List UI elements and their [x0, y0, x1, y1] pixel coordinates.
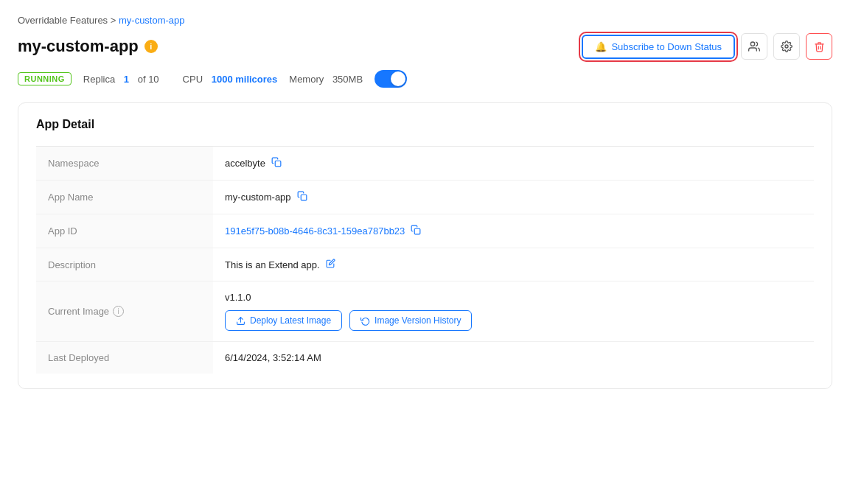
appid-label: App ID: [36, 214, 213, 248]
lastdeployed-label: Last Deployed: [36, 342, 213, 374]
namespace-copy-icon[interactable]: [271, 157, 282, 169]
table-row: Last Deployed 6/14/2024, 3:52:14 AM: [36, 342, 814, 374]
header-actions: 🔔 Subscribe to Down Status: [582, 33, 832, 60]
description-edit-icon[interactable]: [326, 259, 335, 270]
description-value-edit: This is an Extend app.: [225, 259, 802, 270]
image-version-history-button[interactable]: Image Version History: [349, 310, 472, 331]
appid-value-copy: 191e5f75-b08b-4646-8c31-159ea787bb23: [225, 225, 802, 237]
delete-button[interactable]: [806, 33, 832, 60]
settings-button[interactable]: [773, 33, 800, 60]
replica-of: of 10: [138, 74, 159, 85]
cpu-value: 1000 milicores: [212, 74, 278, 85]
appname-value: my-custom-app: [213, 181, 814, 214]
appid-value: 191e5f75-b08b-4646-8c31-159ea787bb23: [213, 214, 814, 248]
replica-value: 1: [124, 74, 129, 85]
page-container: Overridable Features > my-custom-app my-…: [0, 0, 850, 504]
currentimage-label: Current Image i: [36, 281, 213, 342]
namespace-label: Namespace: [36, 147, 213, 181]
breadcrumb: Overridable Features > my-custom-app: [18, 15, 832, 26]
appid-copy-icon[interactable]: [411, 225, 421, 237]
currentimage-value: v1.1.0 Deploy Latest Image Image Version…: [213, 281, 814, 342]
memory-label: Memory: [289, 74, 324, 85]
label-with-info: Current Image i: [48, 306, 201, 317]
subscribe-button[interactable]: 🔔 Subscribe to Down Status: [582, 35, 735, 59]
app-title: my-custom-app: [18, 37, 139, 56]
header-row: my-custom-app i 🔔 Subscribe to Down Stat…: [18, 33, 832, 60]
deploy-icon: [236, 316, 245, 326]
status-badge: RUNNING: [18, 72, 72, 85]
image-buttons: Deploy Latest Image Image Version Histor…: [225, 310, 802, 331]
running-toggle[interactable]: [375, 70, 407, 88]
description-value: This is an Extend app.: [213, 248, 814, 281]
svg-point-1: [785, 45, 788, 48]
breadcrumb-separator: >: [111, 15, 116, 26]
detail-table: Namespace accelbyte App Name: [36, 146, 814, 374]
appname-copy-icon[interactable]: [297, 191, 307, 203]
appname-label: App Name: [36, 181, 213, 214]
appid-text: 191e5f75-b08b-4646-8c31-159ea787bb23: [225, 225, 405, 237]
people-icon: [748, 41, 760, 52]
delete-icon: [814, 41, 825, 52]
cpu-label: CPU: [183, 74, 203, 85]
lastdeployed-value: 6/14/2024, 3:52:14 AM: [213, 342, 814, 374]
people-button[interactable]: [741, 33, 767, 60]
description-text: This is an Extend app.: [225, 259, 320, 270]
deploy-btn-label: Deploy Latest Image: [250, 315, 331, 326]
memory-value: 350MB: [332, 74, 363, 85]
card-title: App Detail: [36, 118, 814, 131]
header-left: my-custom-app i: [18, 37, 158, 56]
breadcrumb-current: my-custom-app: [119, 15, 185, 26]
history-icon: [360, 316, 370, 326]
bell-icon: 🔔: [595, 41, 607, 52]
appname-value-copy: my-custom-app: [225, 191, 802, 203]
gear-icon: [781, 41, 792, 52]
namespace-value-copy: accelbyte: [225, 157, 802, 169]
currentimage-info-icon: i: [113, 306, 124, 317]
app-info-icon[interactable]: i: [144, 40, 158, 53]
image-version-text: v1.1.0: [225, 292, 802, 303]
status-row: RUNNING Replica 1 of 10 CPU 1000 milicor…: [18, 70, 832, 88]
table-row: Current Image i v1.1.0 Deploy Latest Ima…: [36, 281, 814, 342]
appname-text: my-custom-app: [225, 192, 291, 203]
history-btn-label: Image Version History: [375, 315, 461, 326]
namespace-value: accelbyte: [213, 147, 814, 181]
subscribe-button-label: Subscribe to Down Status: [611, 41, 722, 52]
svg-point-0: [750, 42, 754, 46]
svg-rect-4: [415, 228, 421, 234]
breadcrumb-parent: Overridable Features: [18, 15, 108, 26]
table-row: App ID 191e5f75-b08b-4646-8c31-159ea787b…: [36, 214, 814, 248]
description-label: Description: [36, 248, 213, 281]
app-detail-card: App Detail Namespace accelbyte: [18, 102, 832, 389]
replica-label: Replica: [83, 74, 115, 85]
svg-rect-3: [301, 195, 307, 200]
namespace-text: accelbyte: [225, 158, 265, 169]
deploy-latest-button[interactable]: Deploy Latest Image: [225, 310, 342, 331]
lastdeployed-text: 6/14/2024, 3:52:14 AM: [225, 352, 321, 363]
svg-rect-2: [275, 161, 281, 167]
replica-info: Replica 1 of 10: [83, 74, 159, 85]
cpu-info: CPU 1000 milicores: [183, 74, 278, 85]
memory-info: Memory 350MB: [289, 74, 363, 85]
table-row: Description This is an Extend app.: [36, 248, 814, 281]
table-row: Namespace accelbyte: [36, 147, 814, 181]
table-row: App Name my-custom-app: [36, 181, 814, 214]
currentimage-label-text: Current Image: [48, 306, 109, 317]
